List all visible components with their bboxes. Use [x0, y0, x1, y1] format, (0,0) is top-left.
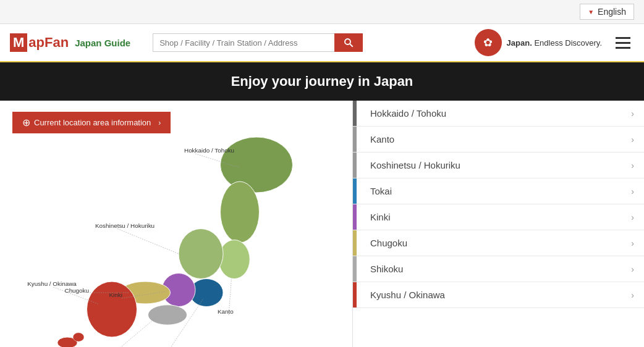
language-bar: ▼ English	[0, 0, 644, 24]
hamburger-line	[616, 42, 630, 44]
region-name: Chugoku	[370, 238, 631, 248]
hamburger-line	[616, 37, 630, 39]
header: MapFan Japan Guide ✿ Japan. Endless Disc…	[0, 24, 644, 62]
region-chevron-icon: ›	[631, 161, 634, 170]
region-accent-bar	[353, 101, 357, 126]
region-name: Kyushu / Okinawa	[370, 290, 631, 300]
logo-guide: Japan Guide	[75, 38, 130, 48]
region-chevron-icon: ›	[631, 109, 634, 119]
hokkaido-label: Hokkaido / Tohoku	[184, 147, 234, 154]
region-item-koshinetsu-hokuriku[interactable]: Koshinetsu / Hokuriku›	[353, 153, 644, 178]
search-input[interactable]	[153, 33, 334, 52]
kyushu-region[interactable]	[87, 282, 137, 337]
region-item-kanto[interactable]: Kanto›	[353, 127, 644, 153]
kanto-label: Kanto	[218, 308, 234, 315]
japan-flower-icon: ✿	[483, 36, 493, 49]
language-dropdown[interactable]: ▼ English	[580, 4, 634, 20]
logo-apfan: apFan	[28, 35, 69, 51]
hamburger-line	[616, 47, 630, 49]
svg-point-0	[345, 39, 350, 44]
location-icon: ⊕	[22, 117, 30, 128]
current-location-chevron-icon: ›	[158, 119, 161, 127]
main-content: ⊕ Current location area information ›	[0, 101, 644, 347]
region-name: Kanto	[370, 134, 631, 144]
region-accent-bar	[353, 230, 357, 256]
region-item-chugoku[interactable]: Chugoku›	[353, 230, 644, 256]
japan-brand: ✿ Japan. Endless Discovery.	[475, 29, 602, 56]
region-chevron-icon: ›	[631, 238, 634, 248]
region-chevron-icon: ›	[631, 290, 634, 300]
region-name: Hokkaido / Tohoku	[370, 108, 631, 119]
region-name: Tokai	[370, 186, 631, 196]
koshinetsu-label: Koshinetsu / Hokuriku	[95, 222, 155, 229]
region-accent-bar	[353, 204, 357, 230]
svg-point-2	[73, 333, 84, 341]
region-chevron-icon: ›	[631, 186, 634, 196]
chugoku-label: Chugoku	[65, 287, 90, 294]
region-item-hokkaido-tohoku[interactable]: Hokkaido / Tohoku›	[353, 101, 644, 127]
dropdown-arrow-icon: ▼	[588, 9, 594, 15]
region-name: Shikoku	[370, 264, 631, 274]
region-chevron-icon: ›	[631, 212, 634, 222]
japan-logo-circle: ✿	[475, 29, 502, 56]
region-accent-bar	[353, 153, 357, 178]
search-wrap	[153, 33, 363, 52]
region-name: Kinki	[370, 212, 631, 222]
map-area: ⊕ Current location area information ›	[0, 101, 352, 347]
region-name: Koshinetsu / Hokuriku	[370, 160, 631, 170]
region-accent-bar	[353, 282, 357, 307]
japan-map-svg: Hokkaido / Tohoku Koshinetsu / Hokuriku …	[6, 132, 340, 347]
search-icon	[343, 37, 354, 48]
region-item-kinki[interactable]: Kinki›	[353, 204, 644, 230]
region-item-tokai[interactable]: Tokai›	[353, 178, 644, 204]
region-list: Hokkaido / Tohoku›Kanto›Koshinetsu / Hok…	[352, 101, 644, 347]
hero-title: Enjoy your journey in Japan	[231, 73, 413, 89]
language-label: English	[598, 7, 626, 17]
region-item-kyushu-okinawa[interactable]: Kyushu / Okinawa›	[353, 282, 644, 308]
region-accent-bar	[353, 127, 357, 152]
logo-m: M	[10, 33, 27, 52]
region-accent-bar	[353, 256, 357, 282]
search-button[interactable]	[334, 33, 363, 52]
kinki-label: Kinki	[109, 291, 122, 298]
logo-wrap: MapFan Japan Guide	[10, 33, 130, 52]
hamburger-menu[interactable]	[612, 35, 634, 51]
region-item-shikoku[interactable]: Shikoku›	[353, 256, 644, 282]
svg-line-1	[350, 44, 353, 47]
mapfan-logo[interactable]: MapFan	[10, 33, 69, 52]
japan-brand-text: Japan. Endless Discovery.	[507, 38, 602, 48]
current-location-label: Current location area information	[34, 118, 151, 127]
region-accent-bar	[353, 178, 357, 204]
hero-banner: Enjoy your journey in Japan	[0, 62, 644, 101]
shikoku-region[interactable]	[148, 305, 187, 325]
kanto-region[interactable]	[219, 240, 250, 279]
tohoku-region[interactable]	[221, 182, 260, 243]
region-chevron-icon: ›	[631, 135, 634, 144]
svg-line-4	[117, 229, 179, 254]
current-location-button[interactable]: ⊕ Current location area information ›	[12, 112, 171, 133]
region-chevron-icon: ›	[631, 264, 634, 274]
koshinetsu-region[interactable]	[179, 229, 223, 279]
kyushu-label: Kyushu / Okinawa	[27, 280, 77, 287]
